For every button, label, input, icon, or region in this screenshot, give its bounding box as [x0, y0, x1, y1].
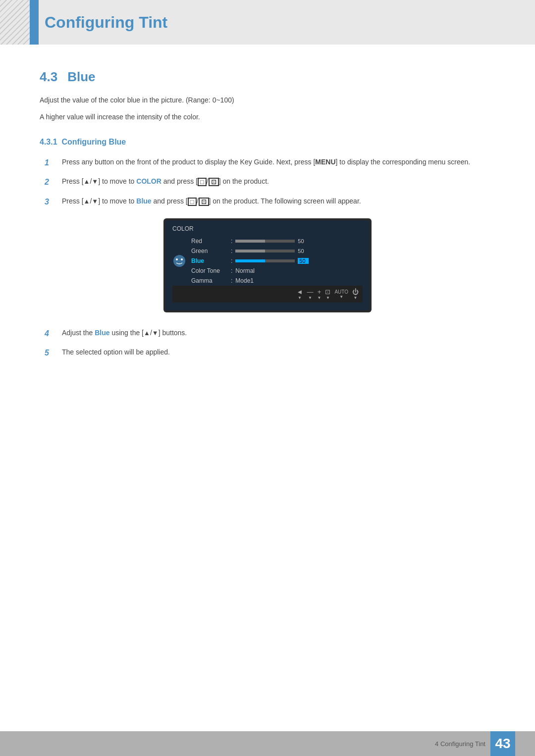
bar-number-green: 50: [298, 248, 309, 254]
menu-row-blue: Blue : 50: [191, 256, 363, 266]
bar-number-blue: 50: [298, 258, 309, 264]
row-label-red: Red: [191, 238, 231, 245]
header: Configuring Tint: [0, 0, 535, 45]
footer-page-number: 43: [490, 731, 515, 756]
section-number: 4.3: [40, 69, 57, 85]
steps-list-2: 4 Adjust the Blue using the [▲/▼] button…: [45, 327, 495, 359]
step-text-4: Adjust the Blue using the [▲/▼] buttons.: [62, 327, 495, 339]
step-3: 3 Press [▲/▼] to move to Blue and press …: [45, 196, 495, 208]
bottom-btn-plus: + ▼: [317, 288, 321, 300]
step-number-5: 5: [45, 347, 57, 359]
step-1: 1 Press any button on the front of the p…: [45, 156, 495, 169]
header-accent-block: [30, 0, 39, 45]
value-gamma: Mode1: [235, 277, 254, 284]
step-number-2: 2: [45, 176, 57, 189]
step-text-1: Press any button on the front of the pro…: [62, 156, 495, 167]
step-4: 4 Adjust the Blue using the [▲/▼] button…: [45, 327, 495, 340]
menu-rows: Red : 50 Green :: [191, 236, 363, 286]
row-label-gamma: Gamma: [191, 277, 231, 284]
step-text-5: The selected option will be applied.: [62, 347, 495, 357]
bar-fill-red: [235, 240, 265, 243]
bottom-btn-enter: ⊡ ▼: [325, 288, 330, 300]
svg-point-0: [173, 255, 185, 267]
bottom-btn-power: ⏻ ▼: [352, 288, 359, 300]
step-5: 5 The selected option will be applied.: [45, 347, 495, 359]
monitor-screen: COLOR R: [165, 220, 370, 310]
menu-row-gamma: Gamma : Mode1: [191, 276, 363, 286]
bar-number-red: 50: [298, 238, 309, 244]
row-label-green: Green: [191, 248, 231, 254]
footer-section-label: 4 Configuring Tint: [435, 740, 485, 748]
page-title: Configuring Tint: [45, 13, 167, 32]
bar-track-blue: [235, 259, 295, 262]
bar-fill-green: [235, 250, 265, 252]
step-number-1: 1: [45, 156, 57, 169]
description-2: A higher value will increase the intensi…: [40, 111, 495, 122]
step-2: 2 Press [▲/▼] to move to COLOR and press…: [45, 176, 495, 189]
subsection-title: 4.3.1 Configuring Blue: [40, 138, 495, 147]
footer: 4 Configuring Tint 43: [0, 731, 535, 756]
menu-row-red: Red : 50: [191, 236, 363, 246]
value-color-tone: Normal: [235, 267, 255, 274]
monitor-frame: COLOR R: [163, 218, 372, 312]
monitor-screenshot: COLOR R: [40, 218, 495, 312]
step-text-3: Press [▲/▼] to move to Blue and press [□…: [62, 196, 495, 207]
step-text-2: Press [▲/▼] to move to COLOR and press […: [62, 176, 495, 187]
menu-title: COLOR: [172, 225, 363, 232]
monitor-icon: [172, 254, 186, 268]
bar-track-red: [235, 240, 295, 243]
bar-fill-blue: [235, 259, 265, 262]
description-1: Adjust the value of the color blue in th…: [40, 95, 495, 105]
section-header: 4.3 Blue: [40, 69, 495, 85]
bottom-btn-minus: — ▼: [307, 288, 313, 300]
step-number-3: 3: [45, 196, 57, 208]
main-content: 4.3 Blue Adjust the value of the color b…: [0, 45, 535, 406]
svg-point-1: [176, 258, 178, 260]
bottom-btn-left: ◄ ▼: [297, 288, 303, 300]
menu-row-color-tone: Color Tone : Normal: [191, 266, 363, 276]
section-title: Blue: [67, 69, 95, 85]
svg-point-2: [181, 258, 183, 260]
monitor-bottom-bar: ◄ ▼ — ▼ + ▼ ⊡ ▼: [172, 286, 363, 302]
bottom-btn-auto: AUTO ▼: [334, 289, 348, 299]
row-label-color-tone: Color Tone: [191, 267, 231, 274]
steps-list: 1 Press any button on the front of the p…: [45, 156, 495, 208]
row-label-blue: Blue: [191, 257, 231, 264]
step-number-4: 4: [45, 327, 57, 340]
menu-row-green: Green : 50: [191, 246, 363, 256]
bar-track-green: [235, 250, 295, 252]
